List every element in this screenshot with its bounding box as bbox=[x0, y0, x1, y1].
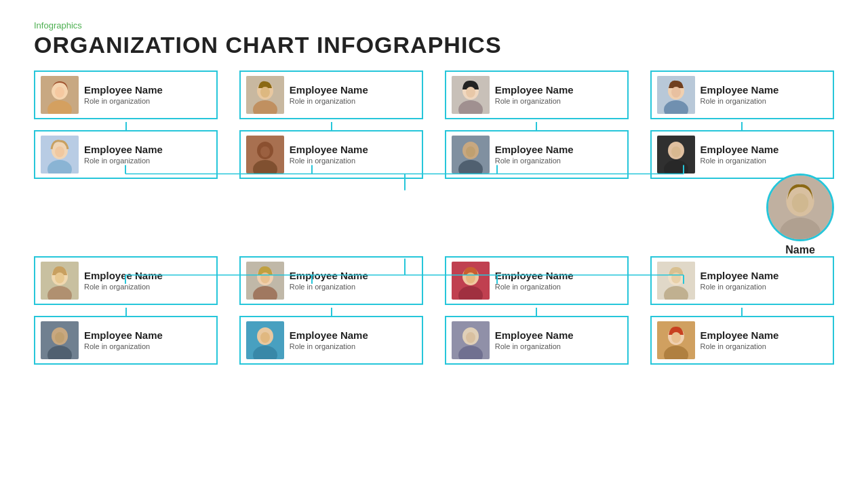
bottom-column-3: Employee Name Role in organization bbox=[445, 256, 629, 367]
employee-photo bbox=[246, 136, 284, 174]
list-item: Employee Name Role in organization bbox=[445, 256, 629, 305]
employee-name: Employee Name bbox=[701, 84, 827, 96]
svg-point-63 bbox=[260, 332, 270, 343]
svg-point-35 bbox=[466, 146, 475, 157]
avatar bbox=[657, 262, 695, 300]
infographics-label: Infographics bbox=[34, 20, 834, 30]
top-column-2: Employee Name Role in organization bbox=[239, 70, 423, 182]
employee-info: Employee Name Role in organization bbox=[701, 329, 827, 351]
employee-photo bbox=[452, 76, 490, 114]
list-item: Employee Name Role in organization bbox=[650, 70, 834, 119]
avatar bbox=[41, 76, 79, 114]
employee-role: Role in organization bbox=[495, 342, 622, 351]
employee-name: Employee Name bbox=[701, 270, 827, 282]
employee-photo bbox=[657, 321, 695, 359]
employee-role: Role in organization bbox=[290, 342, 416, 351]
employee-name: Employee Name bbox=[495, 329, 622, 342]
center-name: Name bbox=[785, 244, 815, 256]
avatar bbox=[246, 321, 284, 359]
employee-name: Employee Name bbox=[290, 329, 416, 342]
top-section: Employee Name Role in organization bbox=[34, 70, 834, 182]
employee-info: Employee Name Role in organization bbox=[701, 270, 827, 291]
bottom-column-4: Employee Name Role in organization bbox=[650, 256, 834, 367]
connector-vertical bbox=[125, 122, 127, 130]
avatar bbox=[41, 136, 79, 174]
avatar bbox=[246, 136, 284, 174]
employee-name: Employee Name bbox=[84, 84, 211, 96]
page: Infographics ORGANIZATION CHART INFOGRAP… bbox=[0, 0, 868, 488]
svg-point-31 bbox=[466, 87, 475, 98]
employee-role: Role in organization bbox=[701, 156, 827, 165]
list-item: Employee Name Role in organization bbox=[445, 130, 629, 179]
employee-role: Role in organization bbox=[84, 96, 211, 106]
svg-point-43 bbox=[671, 146, 681, 157]
list-item: Employee Name Role in organization bbox=[239, 256, 423, 305]
connector-vertical bbox=[331, 122, 332, 130]
employee-role: Role in organization bbox=[290, 282, 416, 291]
svg-point-23 bbox=[260, 87, 270, 98]
employee-role: Role in organization bbox=[495, 156, 622, 165]
connector-vertical bbox=[125, 308, 127, 316]
employee-photo bbox=[41, 76, 79, 114]
employee-name: Employee Name bbox=[290, 270, 416, 282]
employee-info: Employee Name Role in organization bbox=[84, 329, 211, 351]
avatar bbox=[657, 321, 695, 359]
employee-name: Employee Name bbox=[84, 329, 211, 342]
list-item: Employee Name Role in organization bbox=[239, 130, 423, 179]
employee-info: Employee Name Role in organization bbox=[701, 84, 827, 106]
employee-name: Employee Name bbox=[495, 270, 622, 282]
employee-info: Employee Name Role in organization bbox=[495, 270, 622, 291]
svg-point-15 bbox=[55, 87, 64, 98]
avatar bbox=[657, 136, 695, 174]
list-item: Employee Name Role in organization bbox=[445, 316, 629, 365]
employee-info: Employee Name Role in organization bbox=[290, 329, 416, 351]
employee-photo bbox=[246, 76, 284, 114]
employee-role: Role in organization bbox=[84, 282, 211, 291]
employee-info: Employee Name Role in organization bbox=[701, 144, 827, 165]
avatar bbox=[452, 321, 490, 359]
employee-photo bbox=[41, 136, 79, 174]
avatar bbox=[657, 76, 695, 114]
employee-photo bbox=[452, 136, 490, 174]
employee-name: Employee Name bbox=[701, 329, 827, 342]
employee-info: Employee Name Role in organization bbox=[84, 144, 211, 165]
bottom-column-1: Employee Name Role in organization bbox=[34, 256, 218, 367]
list-item: Employee Name Role in organization bbox=[650, 256, 834, 305]
employee-photo bbox=[452, 321, 490, 359]
svg-point-71 bbox=[466, 332, 475, 343]
employee-photo bbox=[657, 136, 695, 174]
org-chart: Employee Name Role in organization bbox=[34, 70, 834, 367]
center-photo bbox=[768, 174, 832, 241]
employee-role: Role in organization bbox=[701, 282, 827, 291]
employee-info: Employee Name Role in organization bbox=[495, 84, 622, 106]
employee-photo bbox=[246, 262, 284, 300]
connector-vertical bbox=[536, 308, 537, 316]
list-item: Employee Name Role in organization bbox=[239, 316, 423, 365]
list-item: Employee Name Role in organization bbox=[445, 70, 629, 119]
connector-vertical bbox=[331, 308, 332, 316]
employee-role: Role in organization bbox=[495, 282, 622, 291]
list-item: Employee Name Role in organization bbox=[34, 70, 218, 119]
employee-name: Employee Name bbox=[290, 84, 416, 96]
avatar bbox=[452, 136, 490, 174]
employee-role: Role in organization bbox=[701, 342, 827, 351]
employee-photo bbox=[452, 262, 490, 300]
top-column-4: Employee Name Role in organization bbox=[650, 70, 834, 182]
employee-name: Employee Name bbox=[495, 144, 622, 156]
employee-name: Employee Name bbox=[701, 144, 827, 156]
employee-name: Employee Name bbox=[290, 144, 416, 156]
avatar bbox=[246, 76, 284, 114]
svg-point-55 bbox=[55, 332, 64, 343]
employee-info: Employee Name Role in organization bbox=[290, 270, 416, 291]
top-column-1: Employee Name Role in organization bbox=[34, 70, 218, 182]
svg-point-59 bbox=[260, 272, 270, 283]
employee-photo bbox=[657, 262, 695, 300]
list-item: Employee Name Role in organization bbox=[650, 316, 834, 365]
employee-info: Employee Name Role in organization bbox=[290, 84, 416, 106]
employee-photo bbox=[41, 262, 79, 300]
center-node: Name Role bbox=[766, 174, 834, 264]
list-item: Employee Name Role in organization bbox=[34, 256, 218, 305]
employee-info: Employee Name Role in organization bbox=[84, 84, 211, 106]
employee-name: Employee Name bbox=[84, 144, 211, 156]
employee-info: Employee Name Role in organization bbox=[290, 144, 416, 165]
